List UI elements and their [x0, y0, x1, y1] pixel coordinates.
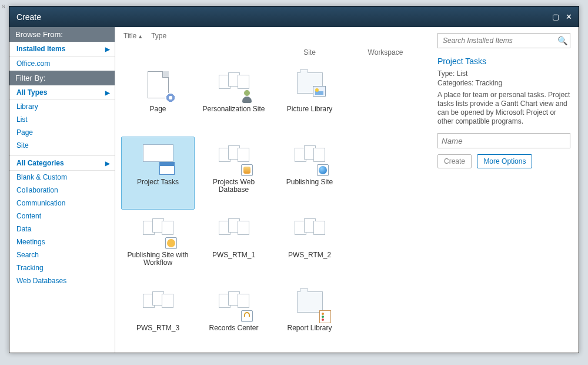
site-icon — [215, 69, 253, 102]
detail-panel: 🔍 Project Tasks Type: List Categories: T… — [432, 27, 579, 353]
site-icon — [139, 288, 177, 321]
sort-asc-icon: ▲ — [138, 34, 143, 39]
gallery-item-publishing-site[interactable]: Publishing Site — [273, 137, 346, 210]
gallery-item-pws-rtm-2[interactable]: PWS_RTM_2 — [273, 210, 346, 283]
gallery-item-records-center[interactable]: Records Center — [197, 283, 270, 353]
filter-type-site[interactable]: Site — [9, 139, 115, 152]
detail-description: A place for team or personal tasks. Proj… — [437, 91, 570, 126]
report-icon — [291, 288, 329, 321]
more-options-button[interactable]: More Options — [477, 154, 532, 168]
filter-cat-search[interactable]: Search — [9, 248, 115, 261]
detail-categories: Categories: Tracking — [437, 79, 570, 87]
publishing-icon — [291, 142, 329, 175]
filter-cat-webdb[interactable]: Web Databases — [9, 274, 115, 287]
type-heading — [121, 46, 195, 64]
dialog-title: Create — [16, 12, 41, 22]
filter-cat-blank[interactable]: Blank & Custom — [9, 171, 115, 184]
gallery-sort-header: Title▲ Type — [115, 27, 432, 42]
chevron-right-icon: ▶ — [105, 89, 110, 96]
project-tasks-icon — [139, 142, 177, 175]
search-input[interactable] — [442, 36, 557, 45]
filter-type-page[interactable]: Page — [9, 126, 115, 139]
gallery-item-picture-library[interactable]: Picture Library — [273, 64, 346, 137]
type-heading — [197, 46, 270, 64]
sort-type[interactable]: Type — [151, 32, 166, 40]
gallery-scroll[interactable]: Site Workspace Page Personalization Site… — [115, 42, 432, 353]
sidebar-item-installed[interactable]: Installed Items ▶ — [9, 42, 115, 57]
sort-title[interactable]: Title▲ — [123, 32, 143, 40]
gallery-item-publishing-workflow[interactable]: Publishing Site with Workflow — [121, 210, 195, 283]
browse-from-header: Browse From: — [9, 27, 115, 42]
gallery-item-pws-rtm-3[interactable]: PWS_RTM_3 — [121, 283, 195, 353]
page-icon — [139, 69, 177, 102]
search-icon[interactable]: 🔍 — [557, 36, 567, 45]
type-filter-list: Library List Page Site — [9, 100, 115, 155]
filter-cat-communication[interactable]: Communication — [9, 197, 115, 210]
chevron-right-icon: ▶ — [105, 160, 110, 167]
detail-type: Type: List — [437, 69, 570, 78]
site-icon — [215, 215, 253, 248]
gallery-item-page[interactable]: Page — [121, 64, 195, 137]
gallery-panel: Title▲ Type Site Workspace Page — [115, 27, 432, 353]
filter-by-header: Filter By: — [9, 71, 115, 85]
name-input[interactable] — [437, 133, 570, 148]
chevron-right-icon: ▶ — [105, 46, 110, 52]
filter-cat-tracking[interactable]: Tracking — [9, 261, 115, 274]
sidebar-item-office[interactable]: Office.com — [9, 57, 115, 71]
filter-cat-meetings[interactable]: Meetings — [9, 235, 115, 248]
gallery-item-personalization[interactable]: Personalization Site — [197, 64, 270, 137]
gallery-item-projects-web-db[interactable]: Projects Web Database — [197, 137, 270, 210]
site-icon — [291, 215, 329, 248]
sidebar: Browse From: Installed Items ▶ Office.co… — [9, 27, 115, 353]
filter-cat-content[interactable]: Content — [9, 210, 115, 223]
type-heading: Workspace — [349, 46, 422, 64]
filter-type-list[interactable]: List — [9, 113, 115, 126]
sidebar-item-all-categories[interactable]: All Categories ▶ — [9, 155, 115, 171]
folder-icon — [291, 69, 329, 102]
maximize-icon[interactable]: ▢ — [550, 12, 561, 22]
create-dialog: Create ▢ ✕ Browse From: Installed Items … — [9, 6, 579, 353]
gallery-item-report-library[interactable]: Report Library — [273, 283, 346, 353]
workflow-icon — [139, 215, 177, 248]
filter-type-library[interactable]: Library — [9, 100, 115, 113]
type-heading: Site — [273, 46, 346, 64]
title-bar: Create ▢ ✕ — [9, 6, 579, 27]
records-icon — [215, 288, 253, 321]
sidebar-item-all-types[interactable]: All Types ▶ — [9, 85, 115, 100]
filter-cat-collaboration[interactable]: Collaboration — [9, 184, 115, 197]
database-icon — [215, 142, 253, 175]
close-icon[interactable]: ✕ — [563, 12, 574, 22]
search-box: 🔍 — [437, 33, 570, 48]
create-button[interactable]: Create — [437, 154, 472, 168]
detail-title: Project Tasks — [437, 57, 570, 66]
gallery-item-pws-rtm-1[interactable]: PWS_RTM_1 — [197, 210, 270, 283]
category-filter-list: Blank & Custom Collaboration Communicati… — [9, 171, 115, 291]
filter-cat-data[interactable]: Data — [9, 223, 115, 235]
gallery-item-project-tasks[interactable]: Project Tasks — [121, 137, 195, 210]
